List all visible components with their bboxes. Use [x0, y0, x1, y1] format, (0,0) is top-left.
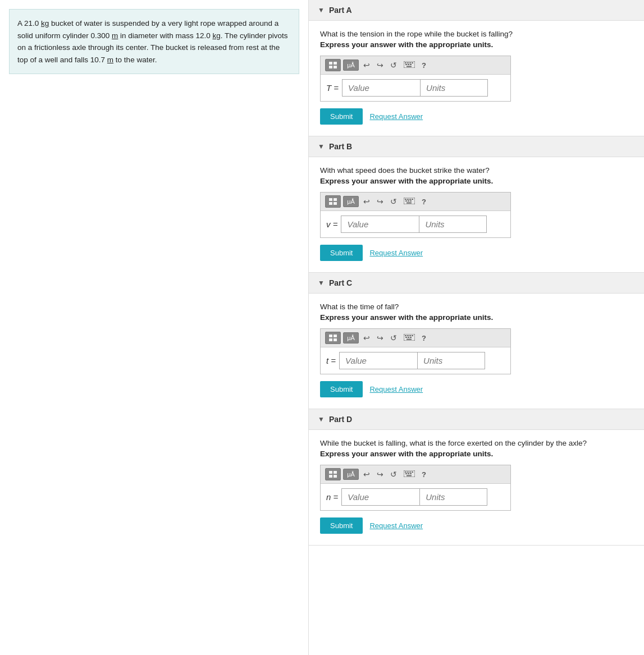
part-d-value-input[interactable]: [341, 488, 420, 506]
grid-icon: [328, 198, 337, 205]
svg-rect-40: [334, 471, 337, 474]
grid-icon: [328, 334, 337, 342]
part-c-undo-button[interactable]: ↩: [361, 332, 372, 343]
part-d-header[interactable]: ▼ Part D: [309, 409, 644, 430]
part-b-input-container: μÅ ↩ ↪ ↺: [320, 192, 511, 238]
svg-rect-20: [409, 199, 411, 200]
part-b-redo-button[interactable]: ↪: [374, 196, 386, 207]
part-c-section: ▼ Part C What is the time of fall? Expre…: [309, 273, 644, 409]
part-a-label: Part A: [329, 6, 352, 15]
svg-rect-32: [407, 335, 409, 336]
part-a-units-input[interactable]: [421, 79, 488, 97]
grid-icon: [328, 61, 337, 69]
part-b-mu-button[interactable]: μÅ: [343, 196, 359, 207]
svg-rect-48: [405, 473, 407, 474]
part-d-units-input[interactable]: [420, 488, 487, 506]
part-a-grid-button[interactable]: [325, 59, 341, 71]
part-a-value-input[interactable]: [342, 79, 421, 97]
part-a-instruction: Express your answer with the appropriate…: [320, 40, 633, 49]
part-d-eq-label: n =: [326, 492, 338, 502]
svg-rect-24: [410, 200, 412, 201]
svg-rect-46: [409, 471, 411, 473]
svg-rect-41: [329, 475, 332, 478]
part-d-section: ▼ Part D While the bucket is falling, wh…: [309, 409, 644, 546]
part-a-question: What is the tension in the rope while th…: [320, 30, 633, 38]
part-b-instruction: Express your answer with the appropriate…: [320, 177, 633, 185]
part-b-request-answer-button[interactable]: Request Answer: [369, 249, 423, 257]
part-a-input-container: μÅ ↩ ↪ ↺: [320, 56, 511, 102]
part-d-input-container: μÅ ↩ ↪ ↺: [320, 465, 511, 511]
part-d-instruction: Express your answer with the appropriate…: [320, 450, 633, 458]
part-d-submit-row: Submit Request Answer: [320, 517, 633, 534]
part-a-help-button[interactable]: ?: [419, 60, 428, 71]
svg-rect-14: [334, 198, 337, 201]
part-a-body: What is the tension in the rope while th…: [309, 21, 644, 136]
part-c-mu-button[interactable]: μÅ: [343, 332, 359, 343]
part-b-help-button[interactable]: ?: [419, 196, 428, 207]
svg-rect-34: [412, 335, 413, 336]
part-d-refresh-button[interactable]: ↺: [388, 469, 399, 480]
part-c-help-button[interactable]: ?: [419, 333, 428, 343]
part-a-request-answer-button[interactable]: Request Answer: [369, 112, 423, 121]
svg-rect-22: [405, 200, 407, 201]
part-b-header[interactable]: ▼ Part B: [309, 136, 644, 157]
part-b-units-input[interactable]: [419, 216, 487, 233]
svg-rect-7: [409, 62, 411, 63]
part-d-request-answer-button[interactable]: Request Answer: [369, 521, 423, 530]
part-c-redo-button[interactable]: ↪: [374, 332, 386, 343]
part-a-redo-button[interactable]: ↪: [374, 59, 386, 71]
part-c-equation-row: t =: [321, 347, 510, 374]
part-a-undo-button[interactable]: ↩: [361, 59, 372, 71]
part-a-refresh-button[interactable]: ↺: [388, 59, 399, 71]
part-c-refresh-button[interactable]: ↺: [388, 332, 399, 343]
part-b-submit-button[interactable]: Submit: [320, 245, 363, 261]
part-b-keyboard-button[interactable]: [401, 196, 417, 207]
svg-rect-29: [334, 338, 337, 341]
part-c-submit-row: Submit Request Answer: [320, 381, 633, 397]
svg-rect-49: [408, 473, 409, 474]
part-d-help-button[interactable]: ?: [419, 469, 428, 480]
part-c-submit-button[interactable]: Submit: [320, 381, 363, 397]
part-b-grid-button[interactable]: [325, 195, 341, 208]
part-c-body: What is the time of fall? Express your a…: [309, 294, 644, 409]
svg-rect-5: [405, 62, 407, 63]
part-c-grid-button[interactable]: [325, 332, 341, 344]
part-d-submit-button[interactable]: Submit: [320, 517, 363, 534]
svg-rect-19: [407, 199, 409, 200]
svg-rect-13: [329, 198, 332, 201]
svg-rect-45: [407, 471, 409, 473]
part-c-value-input[interactable]: [339, 352, 418, 369]
part-d-keyboard-button[interactable]: [401, 469, 417, 480]
part-c-keyboard-button[interactable]: [401, 332, 417, 343]
svg-rect-27: [334, 335, 337, 337]
svg-rect-9: [405, 64, 407, 65]
part-d-grid-button[interactable]: [325, 468, 341, 480]
part-a-header[interactable]: ▼ Part A: [309, 0, 644, 21]
part-a-submit-button[interactable]: Submit: [320, 108, 363, 125]
part-a-keyboard-button[interactable]: [401, 59, 417, 71]
svg-rect-0: [329, 62, 332, 65]
part-b-value-input[interactable]: [341, 216, 419, 233]
part-c-header[interactable]: ▼ Part C: [309, 273, 644, 294]
svg-rect-18: [405, 199, 407, 200]
part-c-units-input[interactable]: [418, 352, 485, 369]
part-d-equation-row: n =: [321, 484, 510, 510]
part-d-label: Part D: [329, 415, 352, 424]
svg-rect-8: [412, 62, 413, 63]
svg-rect-6: [407, 62, 409, 63]
part-a-mu-button[interactable]: μÅ: [343, 59, 359, 71]
part-b-eq-label: v =: [326, 219, 337, 229]
svg-rect-21: [412, 199, 413, 200]
part-c-label: Part C: [329, 278, 352, 287]
part-d-redo-button[interactable]: ↪: [374, 469, 386, 480]
part-d-mu-button[interactable]: μÅ: [343, 469, 359, 480]
svg-rect-42: [334, 475, 337, 478]
mu-label: μÅ: [347, 198, 355, 205]
keyboard-icon: [404, 198, 415, 204]
part-b-undo-button[interactable]: ↩: [361, 196, 372, 207]
part-c-request-answer-button[interactable]: Request Answer: [369, 385, 423, 393]
part-b-refresh-button[interactable]: ↺: [388, 196, 399, 207]
svg-rect-50: [410, 473, 412, 474]
part-b-submit-row: Submit Request Answer: [320, 245, 633, 261]
part-d-undo-button[interactable]: ↩: [361, 469, 372, 480]
